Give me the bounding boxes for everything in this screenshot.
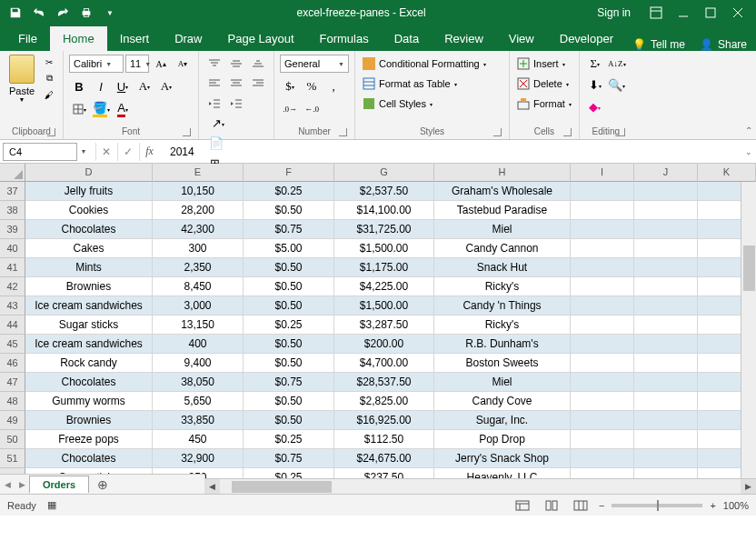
close-button[interactable] [725, 3, 751, 23]
column-header[interactable]: E [153, 164, 244, 182]
cell[interactable]: Mints [25, 258, 153, 277]
cell[interactable]: Ice cream sandwiches [25, 335, 153, 354]
qat-customize[interactable]: ▼ [100, 3, 120, 23]
cell[interactable]: $28,537.50 [334, 373, 434, 392]
cell[interactable]: $2,537.50 [334, 182, 434, 201]
cell[interactable]: Sugar, Inc. [434, 411, 571, 430]
cell[interactable]: 32,900 [153, 449, 244, 468]
save-button[interactable] [5, 3, 25, 23]
autosum-button[interactable]: Σ▾ [585, 55, 605, 73]
new-sheet-button[interactable]: ⊕ [93, 476, 113, 494]
sort-filter-button[interactable]: A↓Z▾ [607, 55, 627, 73]
cell[interactable] [634, 335, 698, 354]
cell[interactable] [571, 411, 634, 430]
cell[interactable]: $0.75 [244, 449, 334, 468]
format-painter-button[interactable]: 🖌 [41, 87, 57, 102]
row-header[interactable]: 48 [0, 392, 25, 411]
cell[interactable] [571, 239, 634, 258]
cell[interactable]: $1,175.00 [334, 258, 434, 277]
clear-button[interactable]: ◆▾ [585, 98, 605, 116]
row-header[interactable]: 42 [0, 277, 25, 296]
scroll-right-button[interactable]: ▶ [741, 479, 756, 495]
font-color2-button[interactable]: A▾ [156, 77, 176, 95]
cell[interactable] [634, 201, 698, 220]
cell[interactable]: $0.25 [244, 182, 334, 201]
fill-button[interactable]: ⬇▾ [585, 76, 605, 95]
tab-draw[interactable]: Draw [162, 26, 214, 51]
row-header[interactable]: 51 [0, 449, 25, 468]
cell[interactable] [571, 258, 634, 277]
column-header[interactable]: D [25, 164, 153, 182]
borders-button[interactable]: ▾ [69, 100, 89, 118]
cell[interactable] [571, 335, 634, 354]
cell[interactable] [634, 277, 698, 296]
row-header[interactable]: 50 [0, 430, 25, 449]
row-header[interactable]: 47 [0, 373, 25, 392]
font-effects-button[interactable]: A▾ [134, 77, 154, 95]
decrease-decimal-button[interactable]: ←.0 [302, 100, 322, 118]
sheet-nav-prev[interactable]: ◀ [0, 476, 15, 494]
align-center-button[interactable] [226, 75, 246, 93]
sign-in-link[interactable]: Sign in [597, 6, 631, 19]
conditional-formatting-button[interactable]: Conditional Formatting▾ [363, 55, 502, 73]
scroll-left-button[interactable]: ◀ [204, 479, 220, 495]
cell[interactable]: Brownies [25, 411, 153, 430]
vertical-scrollbar[interactable] [741, 182, 756, 478]
cell[interactable]: Cakes [25, 239, 153, 258]
cell[interactable]: 13,150 [153, 316, 244, 335]
cell[interactable] [634, 316, 698, 335]
cell[interactable]: Chocolates [25, 220, 153, 239]
row-header[interactable]: 39 [0, 220, 25, 239]
cell[interactable]: 2,350 [153, 258, 244, 277]
horizontal-scrollbar[interactable]: ◀ ▶ [204, 478, 756, 494]
column-header[interactable]: H [434, 164, 571, 182]
column-header[interactable]: F [244, 164, 334, 182]
cell[interactable]: $0.25 [244, 316, 334, 335]
cell[interactable] [571, 182, 634, 201]
cell[interactable]: R.B. Dunham's [434, 335, 571, 354]
cell[interactable]: Cookies [25, 201, 153, 220]
cell[interactable] [634, 296, 698, 316]
accounting-button[interactable]: $▾ [280, 77, 300, 95]
cell[interactable]: Jerry's Snack Shop [434, 449, 571, 468]
cell[interactable] [634, 239, 698, 258]
cell[interactable] [571, 220, 634, 239]
cell[interactable]: Gummy worms [25, 392, 153, 411]
tab-page-layout[interactable]: Page Layout [215, 26, 307, 51]
cell[interactable]: Candy Cove [434, 392, 571, 411]
undo-button[interactable] [29, 3, 49, 23]
cell[interactable]: $112.50 [334, 430, 434, 449]
row-header[interactable]: 45 [0, 335, 25, 354]
cell[interactable] [571, 392, 634, 411]
cell[interactable] [571, 277, 634, 296]
cell[interactable] [634, 373, 698, 392]
align-left-button[interactable] [204, 75, 224, 93]
cell[interactable] [571, 354, 634, 373]
share-button[interactable]: 👤Share [700, 38, 747, 51]
cell[interactable]: 3,000 [153, 296, 244, 316]
cell[interactable]: Ricky's [434, 316, 571, 335]
cell[interactable]: $1,500.00 [334, 239, 434, 258]
font-size-select[interactable]: 11▼ [125, 55, 149, 73]
delete-cells-button[interactable]: Delete▾ [517, 75, 572, 93]
ribbon-display-button[interactable] [643, 3, 669, 23]
cell[interactable]: $0.50 [244, 392, 334, 411]
column-header[interactable]: K [698, 164, 756, 182]
cell[interactable]: $5.00 [244, 239, 334, 258]
cell[interactable]: Pop Drop [434, 430, 571, 449]
cell[interactable]: Candy 'n Things [434, 296, 571, 316]
cells-area[interactable]: Jelly fruits10,150$0.25$2,537.50Graham's… [25, 182, 756, 487]
cell[interactable]: $0.50 [244, 258, 334, 277]
maximize-button[interactable] [698, 3, 723, 23]
cell[interactable]: $0.50 [244, 201, 334, 220]
format-as-table-button[interactable]: Format as Table▾ [363, 75, 502, 93]
cell[interactable]: Ricky's [434, 277, 571, 296]
row-header[interactable]: 41 [0, 258, 25, 277]
cell[interactable]: Graham's Wholesale [434, 182, 571, 201]
cell[interactable]: $0.50 [244, 277, 334, 296]
row-header[interactable]: 37 [0, 182, 25, 201]
cell[interactable] [571, 201, 634, 220]
paste-button[interactable]: Paste ▼ [5, 55, 38, 125]
collapse-ribbon-button[interactable]: ⌃ [745, 125, 752, 135]
number-format-select[interactable]: General▼ [280, 55, 349, 73]
